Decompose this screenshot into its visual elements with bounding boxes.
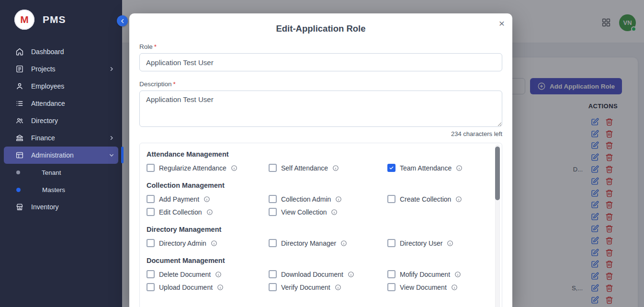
checkbox[interactable] bbox=[387, 164, 395, 172]
sidebar-item-finance[interactable]: Finance bbox=[0, 129, 122, 147]
info-icon[interactable] bbox=[454, 271, 461, 278]
description-field-label: Description* bbox=[139, 80, 502, 88]
employee-icon bbox=[15, 82, 24, 91]
info-icon[interactable] bbox=[335, 196, 342, 203]
projects-icon bbox=[15, 65, 24, 73]
chevron-right-icon bbox=[109, 135, 114, 141]
finance-icon bbox=[15, 134, 24, 142]
checkbox[interactable] bbox=[387, 195, 395, 203]
info-icon[interactable] bbox=[215, 271, 222, 278]
permission-regularize-attendance[interactable]: Regularize Attendance bbox=[147, 164, 269, 172]
logo-icon: M bbox=[14, 10, 34, 30]
sidebar-item-projects[interactable]: Projects bbox=[0, 60, 122, 78]
checkbox[interactable] bbox=[147, 239, 155, 247]
description-textarea[interactable]: Application Test User bbox=[139, 91, 502, 127]
info-icon[interactable] bbox=[217, 284, 224, 291]
sidebar-item-dashboard[interactable]: Dashboard bbox=[0, 43, 122, 60]
permission-section-document-management: Document Management Delete Document Down… bbox=[147, 257, 487, 291]
chevron-down-icon bbox=[109, 152, 114, 158]
sidebar-nav: Dashboard Projects Employees Attendance … bbox=[0, 43, 122, 216]
sidebar-item-inventory[interactable]: Inventory bbox=[0, 198, 122, 216]
sidebar-subitem-masters[interactable]: Masters bbox=[0, 181, 122, 198]
permission-directory-user[interactable]: Directory User bbox=[387, 239, 487, 247]
characters-left-counter: 234 characters left bbox=[139, 130, 502, 137]
role-input[interactable] bbox=[139, 53, 502, 71]
info-icon[interactable] bbox=[451, 284, 458, 291]
checkbox[interactable] bbox=[147, 270, 155, 278]
permission-view-document[interactable]: View Document bbox=[387, 283, 487, 291]
permission-self-attendance[interactable]: Self Attendance bbox=[269, 164, 387, 172]
modal-title: Edit-Application Role bbox=[139, 13, 502, 34]
permission-section-title: Attendance Management bbox=[147, 150, 487, 158]
sidebar-subitem-tenant[interactable]: Tenant bbox=[0, 164, 122, 181]
permission-create-collection[interactable]: Create Collection bbox=[387, 195, 487, 203]
info-icon[interactable] bbox=[231, 165, 237, 171]
checkbox[interactable] bbox=[269, 270, 277, 278]
info-icon[interactable] bbox=[456, 165, 463, 171]
info-icon[interactable] bbox=[206, 209, 213, 216]
checkbox[interactable] bbox=[147, 283, 155, 291]
sidebar-item-employees[interactable]: Employees bbox=[0, 78, 122, 95]
chevron-left-icon bbox=[119, 18, 126, 24]
permission-directory-manager[interactable]: Directory Manager bbox=[269, 239, 387, 247]
info-icon[interactable] bbox=[203, 196, 210, 203]
permission-delete-document[interactable]: Delete Document bbox=[147, 270, 269, 278]
permission-directory-admin[interactable]: Directory Admin bbox=[147, 239, 269, 247]
checkbox[interactable] bbox=[147, 195, 155, 203]
info-icon[interactable] bbox=[447, 240, 453, 247]
checkbox[interactable] bbox=[147, 164, 155, 172]
scrollbar-thumb[interactable] bbox=[495, 147, 500, 200]
description-label-text: Description bbox=[139, 80, 172, 88]
checkbox[interactable] bbox=[147, 208, 155, 216]
active-route-indicator bbox=[121, 147, 124, 163]
sidebar-item-directory[interactable]: Directory bbox=[0, 112, 122, 129]
sidebar-item-attendance[interactable]: Attendance bbox=[0, 95, 122, 112]
permission-section-collection-management: Collection Management Add Payment Collec… bbox=[147, 182, 487, 216]
permission-download-document[interactable]: Download Document bbox=[269, 270, 387, 278]
checkbox[interactable] bbox=[387, 239, 395, 247]
permission-section-title: Document Management bbox=[147, 257, 487, 264]
permission-verify-document[interactable]: Verify Document bbox=[269, 283, 387, 291]
info-icon[interactable] bbox=[332, 165, 339, 171]
info-icon[interactable] bbox=[211, 240, 217, 247]
required-asterisk: * bbox=[154, 43, 157, 50]
sidebar-collapse-button[interactable] bbox=[117, 15, 128, 26]
permission-edit-collection[interactable]: Edit Collection bbox=[147, 208, 269, 216]
sidebar-item-administration[interactable]: Administration bbox=[4, 147, 118, 164]
info-icon[interactable] bbox=[348, 271, 354, 278]
permission-upload-document[interactable]: Upload Document bbox=[147, 283, 269, 291]
checkbox[interactable] bbox=[387, 270, 395, 278]
permissions-panel: Attendance Management Regularize Attenda… bbox=[139, 143, 502, 307]
checkbox[interactable] bbox=[269, 164, 277, 172]
bullet-icon bbox=[16, 188, 21, 192]
role-field-label: Role* bbox=[139, 43, 502, 50]
info-icon[interactable] bbox=[335, 284, 341, 291]
checkbox[interactable] bbox=[269, 208, 277, 216]
checkbox[interactable] bbox=[269, 239, 277, 247]
edit-application-role-modal: × Edit-Application Role Role* Descriptio… bbox=[129, 13, 512, 307]
permission-section-directory-management: Directory Management Directory Admin Dir… bbox=[147, 226, 487, 247]
permission-add-payment[interactable]: Add Payment bbox=[147, 195, 269, 203]
permission-section-attendance-management: Attendance Management Regularize Attenda… bbox=[147, 150, 487, 172]
permission-mofify-document[interactable]: Mofify Document bbox=[387, 270, 487, 278]
permission-sections: Attendance Management Regularize Attenda… bbox=[147, 150, 487, 291]
close-icon[interactable]: × bbox=[499, 18, 505, 28]
permission-section-title: Directory Management bbox=[147, 226, 487, 233]
required-asterisk: * bbox=[173, 80, 176, 88]
app-logo: M PMS bbox=[0, 0, 122, 30]
sidebar: M PMS Dashboard Projects Employees Atten… bbox=[0, 0, 122, 307]
permission-collection-admin[interactable]: Collection Admin bbox=[269, 195, 387, 203]
role-label-text: Role bbox=[139, 43, 153, 50]
info-icon[interactable] bbox=[340, 240, 347, 247]
info-icon[interactable] bbox=[455, 196, 462, 203]
inventory-icon bbox=[15, 203, 24, 211]
administration-icon bbox=[15, 151, 24, 159]
info-icon[interactable] bbox=[331, 209, 338, 216]
checkbox[interactable] bbox=[269, 195, 277, 203]
directory-icon bbox=[15, 116, 24, 125]
permission-view-collection[interactable]: View Collection bbox=[269, 208, 387, 216]
chevron-right-icon bbox=[109, 66, 114, 72]
checkbox[interactable] bbox=[269, 283, 277, 291]
permission-team-attendance[interactable]: Team Attendance bbox=[387, 164, 487, 172]
checkbox[interactable] bbox=[387, 283, 395, 291]
